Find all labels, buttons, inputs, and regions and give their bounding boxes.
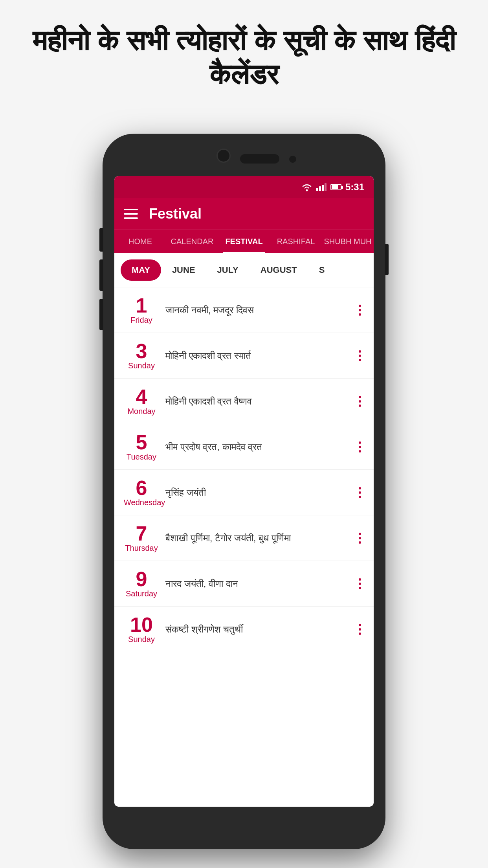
date-day: Saturday	[124, 589, 159, 598]
date-block: 1 Friday	[124, 295, 159, 325]
date-day: Sunday	[124, 361, 159, 370]
date-day: Monday	[124, 407, 159, 416]
list-item[interactable]: 3 Sunday मोहिनी एकादशी व्रत स्मार्त	[114, 333, 374, 379]
app-bar-title: Festival	[149, 206, 202, 222]
date-day: Tuesday	[124, 452, 159, 462]
date-number: 5	[124, 432, 159, 452]
volume-down-button	[99, 299, 103, 330]
tab-home[interactable]: HOME	[114, 230, 166, 253]
date-day: Sunday	[124, 635, 159, 644]
month-tabs: MAY JUNE JULY AUGUST S	[114, 253, 374, 287]
list-item[interactable]: 10 Sunday संकष्टी श्रीगणेश चतुर्थी	[114, 607, 374, 652]
date-block: 10 Sunday	[124, 614, 159, 644]
hero-title: महीनो के सभी त्योहारों के सूची के साथ हि…	[0, 0, 488, 107]
date-day: Thursday	[124, 544, 159, 553]
more-options-icon[interactable]	[356, 302, 364, 319]
volume-up-button	[99, 259, 103, 291]
month-tab-may[interactable]: MAY	[121, 259, 161, 281]
date-block: 6 Wednesday	[124, 478, 159, 507]
month-tab-june[interactable]: JUNE	[161, 259, 206, 281]
festival-name: बैशाखी पूर्णिमा, टैगोर जयंती, बुध पूर्णि…	[159, 531, 356, 545]
date-number: 1	[124, 295, 159, 316]
proximity-sensor	[289, 156, 296, 163]
svg-point-0	[306, 189, 308, 191]
status-time: 5:31	[345, 182, 364, 193]
list-item[interactable]: 5 Tuesday भीम प्रदोष व्रत, कामदेव व्रत	[114, 424, 374, 470]
festival-name: संकष्टी श्रीगणेश चतुर्थी	[159, 623, 356, 636]
power-button	[385, 244, 389, 275]
app-bar: Festival	[114, 198, 374, 230]
tab-shubh[interactable]: SHUBH MUH	[322, 230, 374, 253]
festival-name: मोहिनी एकादशी व्रत स्मार्त	[159, 349, 356, 362]
nav-tabs: HOME CALENDAR FESTIVAL RASHIFAL SHUBH MU…	[114, 230, 374, 253]
festival-name: भीम प्रदोष व्रत, कामदेव व्रत	[159, 440, 356, 454]
more-options-icon[interactable]	[356, 530, 364, 547]
status-bar: 5:31	[114, 176, 374, 198]
phone-screen: 5:31 Festival HOME CALENDAR FESTIVAL RAS…	[114, 176, 374, 807]
tab-festival[interactable]: FESTIVAL	[218, 230, 270, 253]
tab-rashifal[interactable]: RASHIFAL	[270, 230, 322, 253]
wifi-icon	[301, 183, 312, 191]
date-number: 9	[124, 569, 159, 589]
tab-calendar[interactable]: CALENDAR	[166, 230, 218, 253]
more-options-icon[interactable]	[356, 484, 364, 501]
more-options-icon[interactable]	[356, 438, 364, 456]
earpiece-speaker	[240, 154, 279, 164]
battery-icon	[330, 184, 341, 190]
date-day: Wednesday	[124, 498, 159, 507]
list-item[interactable]: 6 Wednesday नृसिंह जयंती	[114, 470, 374, 515]
date-number: 3	[124, 341, 159, 361]
month-tab-sep[interactable]: S	[308, 259, 336, 281]
list-item[interactable]: 9 Saturday नारद जयंती, वीणा दान	[114, 561, 374, 607]
festival-list: 1 Friday जानकी नवमी, मजदूर दिवस 3 Sunday…	[114, 287, 374, 652]
more-options-icon[interactable]	[356, 621, 364, 638]
date-number: 4	[124, 386, 159, 407]
date-block: 4 Monday	[124, 386, 159, 416]
date-number: 6	[124, 478, 159, 498]
month-tab-august[interactable]: AUGUST	[250, 259, 308, 281]
date-number: 7	[124, 523, 159, 544]
more-options-icon[interactable]	[356, 347, 364, 364]
list-item[interactable]: 4 Monday मोहिनी एकादशी व्रत वैष्णव	[114, 379, 374, 424]
month-tab-july[interactable]: JULY	[206, 259, 250, 281]
date-block: 5 Tuesday	[124, 432, 159, 462]
front-camera	[216, 149, 231, 163]
date-block: 9 Saturday	[124, 569, 159, 598]
status-icons: 5:31	[301, 182, 364, 193]
date-block: 7 Thursday	[124, 523, 159, 553]
more-options-icon[interactable]	[356, 393, 364, 410]
list-item[interactable]: 7 Thursday बैशाखी पूर्णिमा, टैगोर जयंती,…	[114, 515, 374, 561]
list-item[interactable]: 1 Friday जानकी नवमी, मजदूर दिवस	[114, 287, 374, 333]
date-day: Friday	[124, 316, 159, 325]
signal-icon	[316, 183, 327, 191]
festival-name: जानकी नवमी, मजदूर दिवस	[159, 303, 356, 317]
volume-silent-button	[99, 228, 103, 252]
festival-name: नृसिंह जयंती	[159, 486, 356, 499]
menu-button[interactable]	[124, 209, 138, 219]
more-options-icon[interactable]	[356, 575, 364, 592]
festival-name: मोहिनी एकादशी व्रत वैष्णव	[159, 395, 356, 408]
phone-body: 5:31 Festival HOME CALENDAR FESTIVAL RAS…	[103, 134, 385, 849]
phone-mockup: 5:31 Festival HOME CALENDAR FESTIVAL RAS…	[103, 134, 385, 849]
date-block: 3 Sunday	[124, 341, 159, 370]
festival-name: नारद जयंती, वीणा दान	[159, 577, 356, 590]
date-number: 10	[124, 614, 159, 635]
